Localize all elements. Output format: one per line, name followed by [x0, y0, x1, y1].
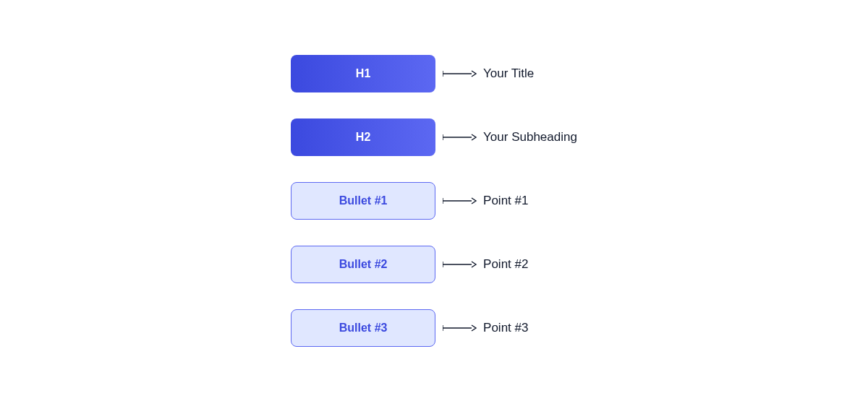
diagram-container: H1 Your Title H2 Your Subheading Bullet …: [291, 55, 577, 347]
label-bullet-3: Point #3: [483, 321, 528, 335]
label-h1: Your Title: [483, 66, 534, 81]
box-h1: H1: [291, 55, 435, 92]
row-bullet-3: Bullet #3 Point #3: [291, 309, 577, 347]
label-h2: Your Subheading: [483, 130, 577, 145]
arrow-icon: [443, 197, 477, 205]
arrow-icon: [443, 133, 477, 142]
box-bullet-2: Bullet #2: [291, 246, 435, 283]
arrow-icon: [443, 260, 477, 269]
box-bullet-3-label: Bullet #3: [339, 322, 388, 335]
arrow-icon: [443, 69, 477, 78]
box-bullet-3: Bullet #3: [291, 309, 435, 347]
row-h2: H2 Your Subheading: [291, 118, 577, 156]
label-bullet-1: Point #1: [483, 194, 528, 208]
label-bullet-2: Point #2: [483, 257, 528, 272]
arrow-icon: [443, 324, 477, 332]
box-bullet-2-label: Bullet #2: [339, 258, 388, 271]
box-bullet-1-label: Bullet #1: [339, 194, 388, 207]
row-bullet-2: Bullet #2 Point #2: [291, 246, 577, 283]
box-h2-label: H2: [356, 131, 370, 144]
box-h2: H2: [291, 118, 435, 156]
row-h1: H1 Your Title: [291, 55, 577, 92]
box-h1-label: H1: [356, 67, 370, 80]
row-bullet-1: Bullet #1 Point #1: [291, 182, 577, 220]
box-bullet-1: Bullet #1: [291, 182, 435, 220]
